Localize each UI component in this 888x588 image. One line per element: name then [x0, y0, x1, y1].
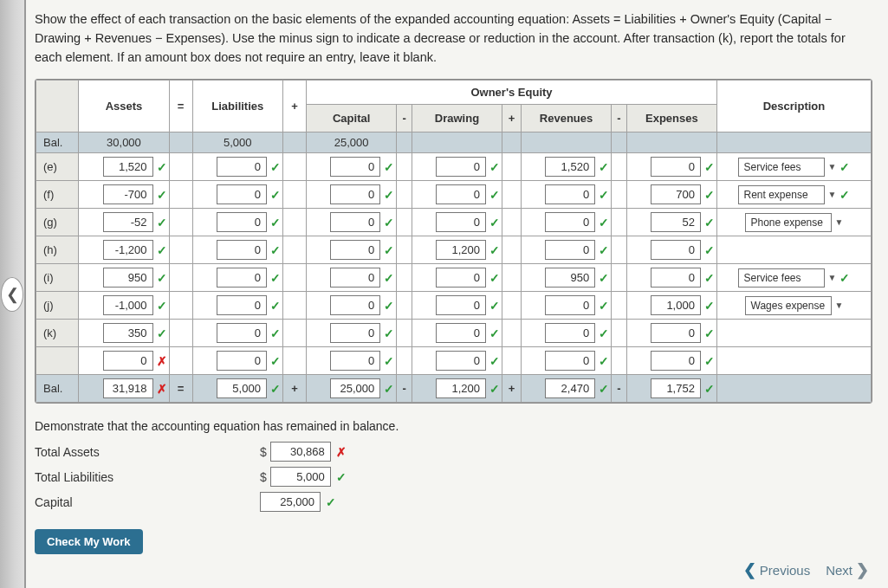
operator — [502, 236, 522, 264]
amount-input[interactable]: 0 — [436, 323, 486, 343]
owner-equity-header: Owner's Equity — [307, 81, 717, 105]
amount-input[interactable]: 0 — [330, 184, 380, 204]
description-select[interactable]: Phone expense — [745, 213, 832, 232]
amount-input[interactable]: 1,200 — [436, 378, 486, 398]
operator — [612, 209, 627, 236]
col-minus2: - — [612, 105, 627, 132]
amount-input[interactable]: 0 — [651, 351, 701, 371]
amount-input[interactable]: 0 — [330, 323, 380, 343]
amount-input[interactable]: 1,200 — [436, 240, 486, 260]
check-icon: ✓ — [384, 188, 394, 202]
amount-input[interactable]: 0 — [217, 268, 267, 288]
balance-input[interactable]: 5,000 — [270, 467, 331, 487]
check-icon: ✓ — [599, 271, 609, 285]
amount-input[interactable]: 0 — [330, 351, 380, 371]
chevron-down-icon: ▼ — [835, 217, 844, 227]
amount-input[interactable]: 2,470 — [545, 378, 595, 398]
amount-input[interactable]: 0 — [436, 295, 486, 315]
amount-input[interactable]: 31,918 — [103, 378, 153, 398]
amount-input[interactable]: 0 — [436, 351, 486, 371]
operator — [169, 264, 192, 292]
check-icon: ✓ — [270, 160, 281, 174]
amount-input[interactable]: 0 — [545, 351, 595, 371]
check-icon: ✓ — [704, 382, 715, 396]
amount-input[interactable]: 0 — [330, 212, 380, 232]
amount-input[interactable]: 0 — [103, 351, 153, 371]
description-select[interactable]: Rent expense — [738, 185, 825, 204]
col-plus2: + — [502, 105, 522, 132]
amount-input[interactable]: 0 — [217, 351, 267, 371]
check-icon: ✓ — [157, 216, 167, 229]
amount-input[interactable]: 0 — [545, 212, 595, 232]
amount-input[interactable]: 950 — [103, 268, 153, 288]
amount-input[interactable]: 1,520 — [103, 157, 153, 177]
cross-icon: ✗ — [157, 382, 167, 396]
col-capital: Capital — [307, 105, 397, 132]
check-icon: ✓ — [270, 243, 281, 257]
next-button[interactable]: Next ❯ — [826, 560, 869, 579]
amount-input[interactable]: -700 — [103, 184, 153, 204]
col-eq: = — [169, 81, 192, 132]
amount-input[interactable]: 0 — [436, 157, 486, 177]
amount-input[interactable]: 0 — [651, 240, 701, 260]
check-icon: ✓ — [270, 271, 281, 285]
check-my-work-button[interactable]: Check My Work — [35, 529, 143, 554]
previous-button[interactable]: ❮ Previous — [743, 560, 810, 579]
row-label: (k) — [36, 320, 79, 347]
col-desc: Description — [716, 81, 871, 132]
operator — [397, 181, 412, 209]
operator — [612, 153, 627, 181]
amount-input[interactable]: 0 — [330, 295, 380, 315]
amount-input[interactable]: 0 — [545, 240, 595, 260]
description-select[interactable]: Wages expense — [745, 296, 832, 315]
amount-input[interactable]: 0 — [545, 295, 595, 315]
amount-input[interactable]: 950 — [545, 268, 595, 288]
amount-input[interactable]: 0 — [545, 184, 595, 204]
balance-input[interactable]: 25,000 — [260, 492, 321, 512]
operator — [612, 236, 627, 264]
amount-input[interactable]: 1,752 — [651, 378, 701, 398]
amount-input[interactable]: 52 — [651, 212, 701, 232]
operator — [282, 292, 306, 320]
amount-input[interactable]: 0 — [217, 240, 267, 260]
instructions-text: Show the effect of each transaction on t… — [35, 10, 872, 67]
check-icon: ✓ — [704, 243, 715, 257]
amount-input[interactable]: -1,200 — [103, 240, 153, 260]
previous-label: Previous — [760, 563, 810, 578]
amount-input[interactable]: 350 — [103, 323, 153, 343]
check-icon: ✓ — [839, 188, 850, 202]
amount-input[interactable]: 0 — [217, 212, 267, 232]
amount-input[interactable]: 0 — [545, 323, 595, 343]
amount-input[interactable]: 1,000 — [651, 295, 701, 315]
operator — [612, 320, 627, 347]
check-icon: ✓ — [157, 299, 167, 313]
operator — [282, 320, 306, 347]
operator — [502, 264, 522, 292]
amount-input[interactable]: 0 — [651, 157, 701, 177]
amount-input[interactable]: 0 — [436, 184, 486, 204]
amount-input[interactable]: 0 — [217, 184, 267, 204]
amount-input[interactable]: 5,000 — [217, 378, 267, 398]
amount-input[interactable]: 700 — [651, 184, 701, 204]
amount-input[interactable]: 0 — [217, 157, 267, 177]
balance-input[interactable]: 30,868 — [270, 442, 331, 462]
amount-input[interactable]: 0 — [436, 212, 486, 232]
amount-input[interactable]: 0 — [217, 295, 267, 315]
amount-input[interactable]: -52 — [103, 212, 153, 232]
amount-input[interactable]: 0 — [651, 323, 701, 343]
amount-input[interactable]: 1,520 — [545, 157, 595, 177]
prev-side-button[interactable]: ❮ — [1, 277, 23, 312]
amount-input[interactable]: 0 — [330, 240, 380, 260]
amount-input[interactable]: 0 — [436, 268, 486, 288]
amount-input[interactable]: 25,000 — [330, 378, 380, 398]
description-select[interactable]: Service fees — [738, 158, 825, 177]
operator — [397, 292, 412, 320]
operator — [502, 181, 522, 209]
col-liab: Liabilities — [192, 81, 282, 132]
amount-input[interactable]: 0 — [330, 157, 380, 177]
amount-input[interactable]: -1,000 — [103, 295, 153, 315]
amount-input[interactable]: 0 — [330, 268, 380, 288]
amount-input[interactable]: 0 — [651, 268, 701, 288]
description-select[interactable]: Service fees — [738, 268, 825, 288]
amount-input[interactable]: 0 — [217, 323, 267, 343]
